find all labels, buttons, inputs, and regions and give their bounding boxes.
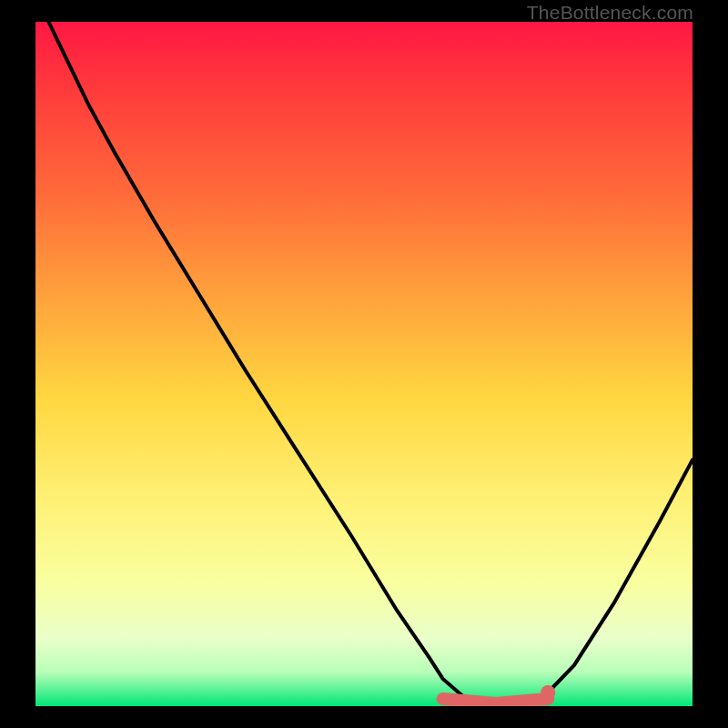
- chart-frame: TheBottleneck.com: [0, 0, 728, 728]
- chart-svg: [35, 22, 693, 706]
- bottleneck-curve: [35, 22, 693, 702]
- marker-dot: [541, 685, 555, 700]
- optimal-segment: [443, 699, 549, 703]
- watermark-text: TheBottleneck.com: [527, 2, 693, 24]
- plot-area: [35, 22, 693, 706]
